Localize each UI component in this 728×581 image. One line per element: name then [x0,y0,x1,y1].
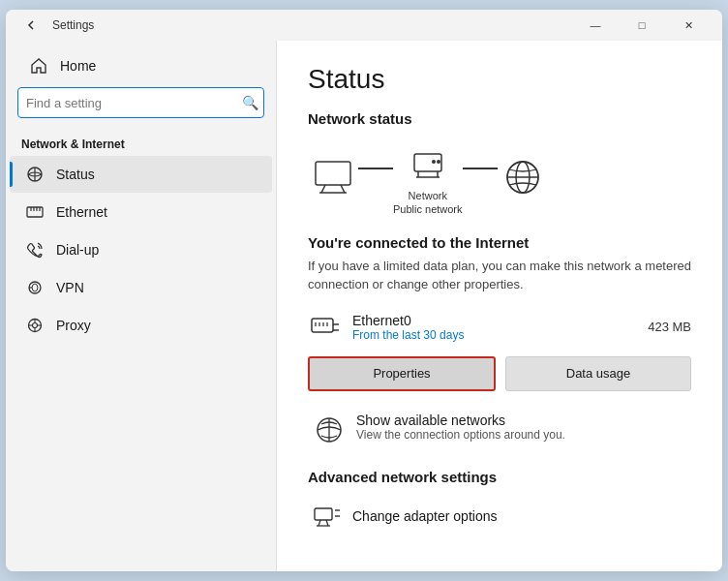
minimize-button[interactable]: — [573,10,618,41]
proxy-icon [25,316,45,335]
sidebar-item-vpn[interactable]: VPN [10,269,272,306]
connected-sub-text: If you have a limited data plan, you can… [308,257,691,294]
network-diagram: Network Public network [308,142,691,217]
adapter-usage: 423 MB [648,320,691,334]
sidebar-ethernet-label: Ethernet [56,204,107,220]
advanced-title: Advanced network settings [308,469,691,485]
sidebar: Home 🔍 Network & Internet Status [6,41,277,571]
search-icon[interactable]: 🔍 [242,95,258,110]
dialup-icon [25,240,45,260]
svg-rect-15 [316,162,350,185]
sidebar-home-label: Home [60,58,96,74]
svg-line-39 [326,520,328,526]
sidebar-item-home[interactable]: Home [14,48,268,83]
ethernet-icon [25,202,45,222]
properties-button[interactable]: Properties [308,356,496,391]
connected-message: You're connected to the Internet [308,234,691,251]
diag-internet [498,156,548,202]
main-content: Status Network status [277,41,722,571]
status-icon [25,165,45,184]
svg-rect-28 [312,319,333,332]
svg-point-10 [33,323,38,328]
adapter-icon [308,310,343,345]
svg-rect-37 [315,508,332,520]
page-title: Status [308,64,691,95]
show-networks-info: Show available networks View the connect… [356,413,565,442]
diag-line-2 [463,168,498,169]
content-area: Home 🔍 Network & Internet Status [6,41,722,571]
network-icon [403,142,453,185]
svg-point-24 [437,160,440,164]
sidebar-item-dialup[interactable]: Dial-up [10,231,272,268]
globe-icon [498,156,548,199]
network-status-heading: Network status [308,110,691,127]
adapter-info: Ethernet0 From the last 30 days [352,313,648,342]
titlebar: Settings — □ ✕ [6,10,722,41]
action-buttons: Properties Data usage [308,356,691,391]
home-icon [29,56,48,76]
sidebar-section-label: Network & Internet [6,130,276,155]
data-usage-button[interactable]: Data usage [505,356,691,391]
svg-line-17 [341,185,345,193]
show-networks-row[interactable]: Show available networks View the connect… [308,409,691,451]
window-controls: — □ ✕ [573,10,711,41]
show-networks-icon [312,413,347,447]
show-networks-title: Show available networks [356,413,565,428]
sidebar-status-label: Status [56,167,95,182]
settings-window: Settings — □ ✕ Home 🔍 Network & Internet [6,10,722,571]
computer-icon [308,156,358,199]
svg-line-38 [318,520,320,526]
diag-line-1 [358,168,393,169]
sidebar-item-status[interactable]: Status [10,156,272,193]
sidebar-proxy-label: Proxy [56,318,91,333]
window-title: Settings [52,18,573,32]
sidebar-item-ethernet[interactable]: Ethernet [10,194,272,230]
search-box: 🔍 [17,87,264,118]
search-input[interactable] [17,87,264,118]
change-adapter-row[interactable]: Change adapter options [308,497,691,535]
svg-line-16 [321,185,325,193]
close-button[interactable]: ✕ [666,10,711,41]
adapter-name: Ethernet0 [352,313,648,328]
diag-network: Network Public network [393,142,463,217]
diag-computer [308,156,358,202]
svg-point-23 [432,160,436,164]
change-adapter-label: Change adapter options [352,508,497,524]
adapter-sub: From the last 30 days [352,328,648,342]
show-networks-sub: View the connection options around you. [356,428,565,442]
sidebar-dialup-label: Dial-up [56,242,99,258]
back-button[interactable] [17,12,45,39]
vpn-icon [25,278,45,297]
maximize-button[interactable]: □ [620,10,664,41]
sidebar-item-proxy[interactable]: Proxy [10,307,272,344]
diag-network-label: Network Public network [393,189,463,217]
adapter-row: Ethernet0 From the last 30 days 423 MB [308,310,691,345]
sidebar-vpn-label: VPN [56,280,84,295]
change-adapter-icon [312,501,343,532]
